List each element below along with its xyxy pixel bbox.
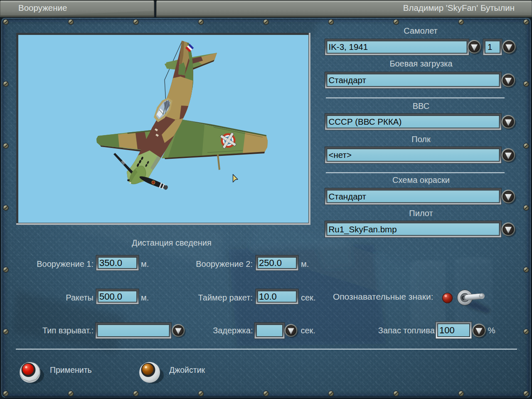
svg-text:Опознавательные знаки:: Опознавательные знаки: bbox=[333, 292, 433, 301]
svg-text:Дистанция сведения: Дистанция сведения bbox=[132, 238, 212, 247]
svg-text:1: 1 bbox=[488, 42, 492, 52]
svg-text:Стандарт: Стандарт bbox=[329, 192, 367, 201]
svg-text:сек.: сек. bbox=[301, 293, 315, 302]
svg-text:100: 100 bbox=[439, 325, 455, 335]
svg-text:<нет>: <нет> bbox=[329, 150, 352, 160]
svg-text:IK-3, 1941: IK-3, 1941 bbox=[329, 42, 368, 52]
svg-text:Запас топлива: Запас топлива bbox=[378, 326, 435, 335]
svg-text:Владимир 'SkyFan' Бутылин: Владимир 'SkyFan' Бутылин bbox=[403, 3, 515, 12]
svg-text:Схема окраски: Схема окраски bbox=[392, 175, 450, 185]
svg-text:Ракеты: Ракеты bbox=[66, 293, 94, 302]
svg-text:Таймер ракет:: Таймер ракет: bbox=[198, 293, 253, 302]
svg-text:СССР (ВВС РККА): СССР (ВВС РККА) bbox=[329, 117, 402, 126]
svg-text:Пилот: Пилот bbox=[409, 209, 433, 218]
svg-text:500.0: 500.0 bbox=[99, 291, 122, 302]
svg-text:Вооружение 1:: Вооружение 1: bbox=[37, 259, 94, 268]
svg-text:Ru1_SkyFan.bmp: Ru1_SkyFan.bmp bbox=[329, 224, 397, 234]
svg-text:Джойстик: Джойстик bbox=[169, 365, 205, 374]
svg-text:Тип взрыват.:: Тип взрыват.: bbox=[42, 326, 94, 335]
svg-text:Полк: Полк bbox=[411, 135, 431, 144]
svg-text:Стандарт: Стандарт bbox=[329, 75, 367, 85]
svg-text:Боевая загрузка: Боевая загрузка bbox=[389, 59, 453, 68]
svg-text:м.: м. bbox=[301, 259, 309, 268]
svg-text:250.0: 250.0 bbox=[259, 258, 282, 268]
svg-text:%: % bbox=[488, 325, 495, 335]
svg-text:Самолет: Самолет bbox=[404, 26, 438, 35]
svg-text:сек.: сек. bbox=[301, 326, 315, 335]
svg-text:Вооружение: Вооружение bbox=[18, 3, 67, 12]
svg-text:Вооружение 2:: Вооружение 2: bbox=[196, 259, 253, 268]
svg-text:Задержка:: Задержка: bbox=[213, 326, 253, 335]
svg-text:м.: м. bbox=[141, 293, 149, 302]
svg-text:Применить: Применить bbox=[50, 365, 92, 374]
svg-text:10.0: 10.0 bbox=[259, 291, 277, 302]
svg-text:ВВС: ВВС bbox=[413, 101, 429, 111]
svg-text:350.0: 350.0 bbox=[99, 258, 122, 268]
svg-text:м.: м. bbox=[141, 259, 149, 268]
